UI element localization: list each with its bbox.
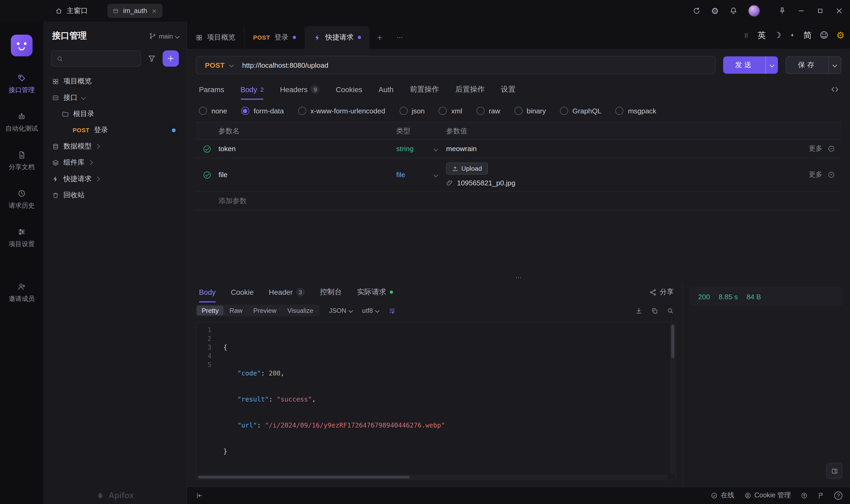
ime-gear-icon[interactable]: ⚙ bbox=[836, 30, 845, 41]
type-select[interactable]: string bbox=[396, 145, 446, 153]
search-input[interactable] bbox=[51, 51, 141, 67]
ime-simplified[interactable]: 简 bbox=[803, 30, 812, 40]
branch-selector[interactable]: main bbox=[149, 32, 179, 40]
upload-button[interactable]: Upload bbox=[446, 163, 488, 175]
add-button[interactable] bbox=[163, 51, 179, 67]
feedback-flag-icon[interactable] bbox=[818, 492, 825, 499]
upgrade-icon[interactable] bbox=[801, 492, 808, 499]
radio-form-data[interactable]: form-data bbox=[241, 107, 284, 115]
close-icon[interactable] bbox=[152, 8, 157, 14]
tab-post-operations[interactable]: 后置操作 bbox=[455, 79, 484, 100]
tab-pre-operations[interactable]: 前置操作 bbox=[410, 79, 439, 100]
radio-msgpack[interactable]: msgpack bbox=[616, 107, 656, 115]
sparkle-icon[interactable] bbox=[790, 32, 795, 38]
tab-project-overview[interactable]: 项目概览 bbox=[187, 26, 244, 49]
tree-item-quick-request[interactable]: 快捷请求 bbox=[43, 171, 187, 187]
ime-lang[interactable]: 英 bbox=[758, 30, 766, 40]
more-button[interactable]: 更多 bbox=[809, 144, 822, 154]
online-status[interactable]: 在线 bbox=[711, 491, 734, 500]
send-options-arrow[interactable] bbox=[765, 56, 778, 74]
radio-binary[interactable]: binary bbox=[514, 107, 546, 115]
method-select[interactable]: POST bbox=[205, 61, 225, 69]
chevron-down-icon[interactable] bbox=[229, 63, 233, 67]
tab-overflow-button[interactable] bbox=[390, 26, 410, 49]
apifox-logo[interactable] bbox=[11, 35, 33, 57]
word-wrap-icon[interactable] bbox=[389, 307, 396, 314]
cookie-manager[interactable]: Cookie 管理 bbox=[744, 491, 791, 500]
close-window-icon[interactable] bbox=[835, 6, 844, 15]
settings-gear-icon[interactable]: ⚙ bbox=[711, 5, 719, 16]
encoding-select[interactable]: utf8 bbox=[362, 307, 379, 314]
tree-item-api-group[interactable]: 接口 bbox=[43, 89, 187, 106]
rail-item-share-docs[interactable]: 分享文档 bbox=[9, 150, 35, 172]
tree-item-data-models[interactable]: 数据模型 bbox=[43, 138, 187, 154]
main-window-tab[interactable]: 主窗口 bbox=[55, 6, 88, 16]
emoji-smiley-icon[interactable]: ☺ bbox=[820, 30, 828, 40]
help-icon[interactable]: ? bbox=[834, 491, 843, 500]
param-name[interactable]: token bbox=[218, 145, 396, 153]
search-icon[interactable] bbox=[667, 307, 674, 314]
tab-settings[interactable]: 设置 bbox=[501, 79, 516, 100]
project-tab-im-auth[interactable]: im_auth bbox=[107, 4, 163, 18]
radio-xml[interactable]: xml bbox=[439, 107, 462, 115]
vertical-scrollbar[interactable] bbox=[670, 323, 675, 474]
param-value[interactable]: meowrain bbox=[446, 145, 785, 153]
resp-tab-cookie[interactable]: Cookie bbox=[231, 282, 254, 303]
tree-item-project-overview[interactable]: 项目概览 bbox=[43, 73, 187, 89]
minimize-icon[interactable] bbox=[797, 6, 805, 15]
url-input[interactable] bbox=[242, 61, 706, 69]
new-tab-button[interactable] bbox=[370, 26, 390, 49]
resp-tab-header[interactable]: Header3 bbox=[269, 282, 305, 303]
panel-resize-handle[interactable] bbox=[187, 273, 850, 282]
mode-preview[interactable]: Preview bbox=[248, 306, 281, 316]
tab-body[interactable]: Body2 bbox=[241, 79, 264, 100]
resp-tab-body[interactable]: Body bbox=[199, 282, 216, 303]
avatar[interactable] bbox=[748, 5, 760, 17]
tab-params[interactable]: Params bbox=[199, 79, 224, 100]
tree-item-recycle-bin[interactable]: 回收站 bbox=[43, 187, 187, 203]
save-options-arrow[interactable] bbox=[828, 57, 841, 73]
refresh-icon[interactable] bbox=[692, 6, 701, 15]
tab-quick-request[interactable]: 快捷请求 bbox=[305, 26, 370, 49]
dark-mode-moon-icon[interactable]: ☽ bbox=[774, 30, 781, 40]
filter-button[interactable] bbox=[145, 52, 158, 65]
radio-graphql[interactable]: GraphQL bbox=[560, 107, 601, 115]
attached-file[interactable]: 109565821_p0.jpg bbox=[446, 179, 785, 187]
more-button[interactable]: 更多 bbox=[809, 170, 822, 180]
rail-item-auto-test[interactable]: 自动化测试 bbox=[5, 112, 38, 133]
tree-item-endpoint-login[interactable]: POST 登录 bbox=[43, 122, 187, 138]
format-select[interactable]: JSON bbox=[329, 307, 352, 314]
type-select[interactable]: file bbox=[396, 171, 446, 179]
rail-item-request-history[interactable]: 请求历史 bbox=[9, 189, 35, 210]
maximize-icon[interactable] bbox=[816, 6, 825, 15]
pin-icon[interactable] bbox=[778, 6, 787, 15]
radio-x-www-form-urlencoded[interactable]: x-www-form-urlencoded bbox=[298, 107, 386, 115]
row-enabled-check-icon[interactable] bbox=[196, 144, 218, 153]
share-button[interactable]: 分享 bbox=[650, 287, 674, 297]
add-param-row[interactable]: 添加参数 bbox=[196, 192, 842, 210]
tab-post-login[interactable]: POST 登录 bbox=[244, 26, 305, 49]
collapse-sidebar-icon[interactable] bbox=[196, 492, 203, 499]
mode-visualize[interactable]: Visualize bbox=[282, 306, 318, 316]
tree-item-root-folder[interactable]: 根目录 bbox=[43, 106, 187, 122]
resp-tab-actual-request[interactable]: 实际请求 bbox=[357, 282, 393, 303]
radio-json[interactable]: json bbox=[399, 107, 425, 115]
horizontal-scrollbar[interactable] bbox=[197, 475, 668, 479]
tab-headers[interactable]: Headers9 bbox=[280, 79, 320, 100]
notifications-bell-icon[interactable] bbox=[729, 6, 738, 15]
response-body-editor[interactable]: 1 2 3 4 5 { "code": 200, "result": "succ… bbox=[196, 322, 676, 480]
tab-auth[interactable]: Auth bbox=[378, 79, 394, 100]
param-name[interactable]: file bbox=[218, 171, 396, 179]
tree-item-components[interactable]: 组件库 bbox=[43, 155, 187, 171]
rail-item-invite-member[interactable]: 邀请成员 bbox=[9, 282, 35, 304]
remove-row-icon[interactable] bbox=[828, 145, 835, 152]
send-button[interactable]: 发送 bbox=[723, 56, 778, 74]
rail-item-project-settings[interactable]: 项目设置 bbox=[9, 228, 35, 249]
download-icon[interactable] bbox=[635, 307, 642, 314]
tab-cookies[interactable]: Cookies bbox=[336, 79, 362, 100]
mode-pretty[interactable]: Pretty bbox=[197, 306, 224, 316]
remove-row-icon[interactable] bbox=[828, 171, 835, 178]
layout-toggle-button[interactable] bbox=[826, 463, 842, 479]
save-button[interactable]: 保存 bbox=[785, 56, 841, 74]
radio-none[interactable]: none bbox=[199, 107, 227, 115]
